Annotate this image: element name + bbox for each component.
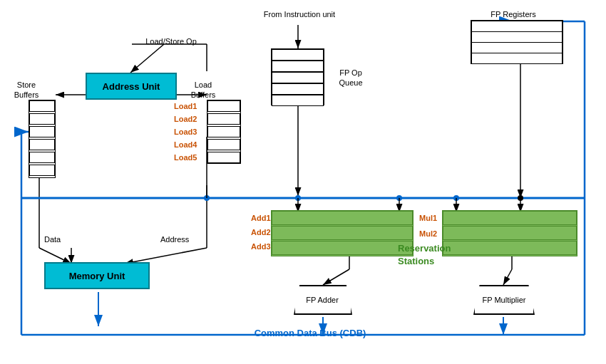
- cdb-label: Common Data Bus (CDB): [228, 328, 392, 338]
- load4-label: Load4: [174, 140, 197, 149]
- add2-label: Add2: [251, 228, 271, 236]
- load1-label: Load1: [174, 102, 197, 110]
- add1-label: Add1: [251, 214, 271, 222]
- data-label: Data: [44, 235, 61, 244]
- reservation-stations-label: ReservationStations: [398, 242, 451, 268]
- mul-reservation-station: [442, 210, 577, 256]
- mul2-label: Mul2: [419, 229, 437, 238]
- svg-point-27: [295, 195, 301, 201]
- diagram: From Instruction unit FP Registers FP Op…: [0, 0, 606, 364]
- address-label: Address: [160, 235, 189, 244]
- memory-unit-box: Memory Unit: [44, 262, 150, 289]
- load-store-op-label: Load/Store Op: [135, 37, 207, 46]
- svg-point-28: [396, 195, 402, 201]
- svg-line-16: [125, 248, 207, 264]
- svg-line-13: [39, 248, 71, 264]
- add-reservation-station: [271, 210, 414, 256]
- load3-label: Load3: [174, 128, 197, 136]
- svg-point-30: [518, 195, 523, 201]
- add3-label: Add3: [251, 242, 271, 251]
- load5-label: Load5: [174, 153, 197, 162]
- svg-line-7: [130, 44, 164, 73]
- mul1-label: Mul1: [419, 214, 437, 222]
- svg-point-31: [204, 195, 210, 201]
- fp-op-queue-label: FP OpQueue: [329, 68, 372, 88]
- fp-registers-label: FP Registers: [471, 10, 556, 19]
- fp-op-queue-box: [271, 48, 324, 105]
- store-buffers-box: [29, 100, 56, 178]
- fp-multiplier-label: FP Multiplier: [471, 296, 538, 304]
- fp-registers-box: [471, 20, 563, 64]
- load-buffers-box: [207, 100, 241, 164]
- load-buffers-label: LoadBuffers: [182, 80, 225, 100]
- fp-adder-label: FP Adder: [292, 296, 352, 304]
- svg-point-29: [453, 195, 459, 201]
- svg-line-38: [323, 269, 349, 285]
- address-unit-box: Address Unit: [86, 73, 177, 100]
- store-buffers-label: StoreBuffers: [9, 80, 44, 100]
- from-instruction-label: From Instruction unit: [250, 10, 349, 19]
- svg-line-40: [503, 269, 512, 285]
- load2-label: Load2: [174, 115, 197, 123]
